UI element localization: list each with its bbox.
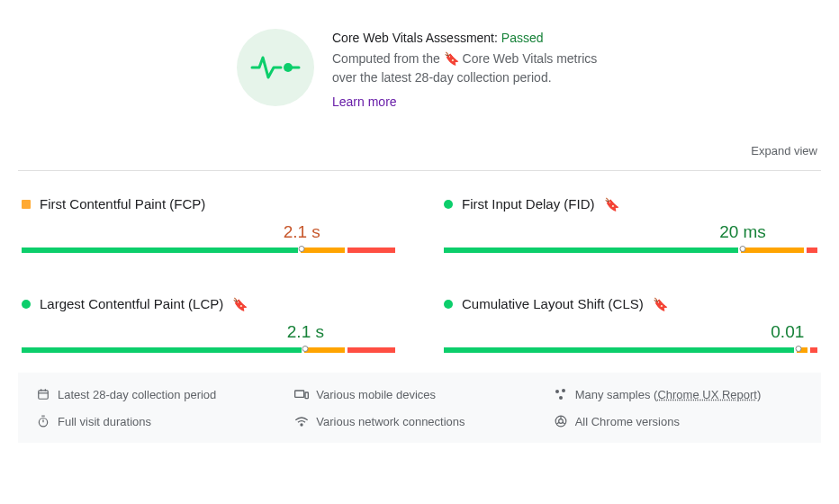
assessment-text: Core Web Vitals Assessment: Passed Compu…	[332, 29, 602, 112]
stopwatch-icon	[36, 414, 50, 428]
bookmark-icon: 🔖	[232, 297, 248, 311]
network-icon	[294, 414, 309, 428]
svg-rect-2	[39, 391, 49, 399]
footer-label: Latest 28-day collection period	[58, 388, 216, 401]
distribution-bar	[444, 347, 817, 353]
bookmark-icon: 🔖	[604, 197, 619, 212]
metrics-grid: First Contentful Paint (FCP) 2.1 s First…	[18, 171, 821, 373]
svg-line-18	[562, 422, 564, 424]
svg-rect-7	[305, 392, 308, 399]
distribution-bar	[22, 347, 395, 353]
svg-point-8	[555, 390, 559, 393]
metric-value: 20 ms	[719, 222, 766, 242]
rating-circle-icon	[444, 200, 453, 209]
rating-circle-icon	[444, 300, 453, 309]
metric-lcp: Largest Contentful Paint (LCP) 🔖 2.1 s	[22, 296, 395, 353]
bar-marker-icon	[740, 246, 746, 252]
metric-label: First Input Delay (FID)	[462, 196, 595, 212]
rating-circle-icon	[22, 300, 31, 309]
metric-label: Largest Contentful Paint (LCP)	[40, 296, 223, 311]
svg-point-11	[39, 418, 47, 427]
rating-square-icon	[22, 200, 31, 209]
bookmark-icon: 🔖	[653, 297, 668, 311]
svg-rect-6	[295, 391, 304, 397]
footer-label: Various network connections	[316, 415, 465, 428]
expand-view-button[interactable]: Expand view	[751, 144, 817, 158]
calendar-icon	[36, 387, 50, 401]
vitals-pulse-icon	[237, 29, 314, 106]
footer-label: Full visit durations	[58, 415, 151, 428]
footer-info: Latest 28-day collection period Various …	[18, 373, 821, 443]
chrome-ux-report-link[interactable]: Chrome UX Report	[657, 388, 757, 401]
chrome-icon	[554, 414, 568, 428]
metric-value: 0.01	[771, 322, 804, 342]
distribution-bar	[444, 248, 817, 253]
footer-label: Many samples (	[575, 388, 658, 401]
svg-point-9	[562, 389, 565, 392]
metric-label: Cumulative Layout Shift (CLS)	[462, 296, 644, 311]
metric-label: First Contentful Paint (FCP)	[40, 196, 205, 212]
distribution-bar	[22, 248, 395, 253]
footer-label: )	[757, 388, 761, 401]
devices-icon	[294, 387, 309, 401]
footer-label: All Chrome versions	[575, 415, 680, 428]
assessment-title: Core Web Vitals Assessment:	[332, 31, 501, 45]
scatter-icon	[554, 387, 568, 401]
metric-value: 2.1 s	[287, 322, 324, 342]
learn-more-link[interactable]: Learn more	[332, 93, 397, 112]
svg-line-19	[556, 422, 559, 424]
metric-fid: First Input Delay (FID) 🔖 20 ms	[444, 196, 817, 253]
assessment-status: Passed	[501, 31, 544, 45]
assessment-header: Core Web Vitals Assessment: Passed Compu…	[18, 29, 821, 112]
metric-value: 2.1 s	[284, 222, 320, 242]
bar-marker-icon	[302, 346, 309, 352]
footer-label: Various mobile devices	[316, 388, 436, 401]
metric-cls: Cumulative Layout Shift (CLS) 🔖 0.01	[444, 296, 817, 353]
svg-point-10	[559, 396, 563, 400]
bookmark-icon: 🔖	[444, 50, 459, 68]
bar-marker-icon	[796, 346, 802, 352]
svg-point-14	[301, 424, 302, 426]
bar-marker-icon	[299, 246, 305, 252]
desc-prefix: Computed from the	[332, 51, 444, 66]
metric-fcp: First Contentful Paint (FCP) 2.1 s	[22, 196, 395, 253]
